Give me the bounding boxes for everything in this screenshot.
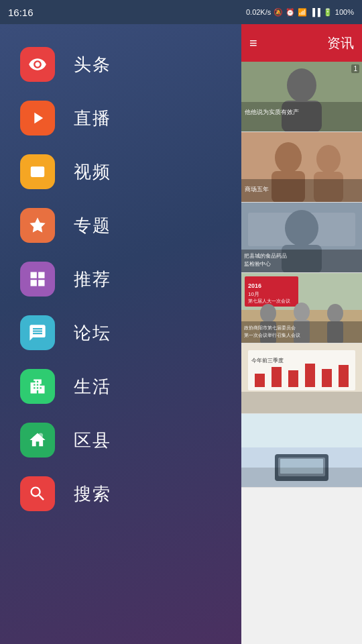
play-icon <box>28 109 47 127</box>
svg-rect-43 <box>305 364 315 387</box>
sidebar-item-video[interactable]: 视频 <box>0 145 241 199</box>
news-item-3[interactable]: 把县城的食品药品 监检验中心 <box>241 203 362 273</box>
sidebar-item-headlines[interactable]: 头条 <box>0 38 241 91</box>
svg-point-11 <box>316 145 341 173</box>
svg-text:10月: 10月 <box>248 291 259 297</box>
sidebar-item-live[interactable]: 直播 <box>0 91 241 145</box>
live-icon-bg <box>20 101 55 136</box>
video-label: 视频 <box>74 160 111 184</box>
news-thumb-3: 把县城的食品药品 监检验中心 <box>241 203 362 273</box>
svg-point-28 <box>260 304 276 323</box>
right-header: ≡ 资讯 <box>241 24 362 62</box>
life-label: 生活 <box>74 375 111 398</box>
mute-icon: 🔕 <box>274 8 283 17</box>
svg-text:第一次会议举行召集人会议: 第一次会议举行召集人会议 <box>244 333 300 338</box>
svg-rect-45 <box>339 365 349 387</box>
search-icon-bg <box>20 476 55 511</box>
home-icon <box>28 431 47 449</box>
headlines-label: 头条 <box>74 53 111 76</box>
svg-text:第七届人大一次会议: 第七届人大一次会议 <box>248 299 290 304</box>
grid-icon <box>28 270 47 288</box>
hamburger-button[interactable]: ≡ <box>249 36 257 51</box>
sidebar-item-forum[interactable]: 论坛 <box>0 306 241 360</box>
recommend-label: 推荐 <box>74 268 111 291</box>
eye-icon <box>28 55 47 74</box>
signal-icon: ▐▐ <box>310 8 320 16</box>
news-item-5[interactable]: 今年前三季度 <box>241 343 362 414</box>
status-bar: 16:16 0.02K/s 🔕 ⏰ 📶 ▐▐ 🔋 100% <box>0 0 362 24</box>
battery-percent: 100% <box>335 8 354 16</box>
news-thumb-5: 今年前三季度 <box>241 343 362 414</box>
live-label: 直播 <box>74 107 111 130</box>
svg-rect-40 <box>255 374 265 387</box>
news-thumb-1: 他他说为实质有效产 <box>241 62 362 131</box>
right-panel: ≡ 资讯 他他说为实质有效产 1 <box>241 24 362 644</box>
sidebar-item-recommend[interactable]: 推荐 <box>0 252 241 306</box>
svg-text:2016: 2016 <box>248 282 261 289</box>
star-icon <box>28 216 47 235</box>
special-label: 专题 <box>74 214 111 237</box>
news-thumb-4: 2016 10月 第七届人大一次会议 政协商阳市第七届委员会 第一次会 <box>241 273 362 343</box>
svg-point-32 <box>327 304 343 323</box>
sidebar-item-district[interactable]: 区县 <box>0 413 241 467</box>
search-label: 搜索 <box>74 482 111 506</box>
news-item-4[interactable]: 2016 10月 第七届人大一次会议 政协商阳市第七届委员会 第一次会 <box>241 273 362 343</box>
sidebar-item-special[interactable]: 专题 <box>0 199 241 252</box>
life-icon-bg <box>20 369 55 404</box>
tab-label: 资讯 <box>327 34 354 52</box>
svg-point-17 <box>285 210 318 246</box>
svg-point-30 <box>294 303 310 321</box>
news-thumb-6 <box>241 414 362 488</box>
svg-rect-42 <box>288 370 298 387</box>
news-item-1[interactable]: 他他说为实质有效产 1 <box>241 62 362 132</box>
svg-rect-6 <box>241 102 362 131</box>
forum-label: 论坛 <box>74 321 111 345</box>
svg-rect-41 <box>272 367 282 387</box>
chat-icon <box>28 323 47 342</box>
status-time: 16:16 <box>8 7 34 18</box>
news-item-2[interactable]: 商场五年 <box>241 132 362 203</box>
svg-text:把县城的食品药品: 把县城的食品药品 <box>244 253 287 259</box>
news-item-6[interactable] <box>241 414 362 488</box>
sidebar-item-search[interactable]: 搜索 <box>0 467 241 521</box>
video-icon <box>28 162 47 181</box>
special-icon-bg <box>20 208 55 243</box>
svg-text:今年前三季度: 今年前三季度 <box>251 358 284 364</box>
svg-text:他他说为实质有效产: 他他说为实质有效产 <box>245 109 299 115</box>
svg-point-4 <box>287 68 316 102</box>
forum-icon-bg <box>20 315 55 350</box>
sidebar-item-life[interactable]: 生活 <box>0 360 241 413</box>
wifi-icon: 📶 <box>298 8 307 17</box>
news-list: 他他说为实质有效产 1 商场五年 <box>241 62 362 488</box>
building-icon <box>28 377 47 396</box>
district-icon-bg <box>20 423 55 458</box>
status-icons: 0.02K/s 🔕 ⏰ 📶 ▐▐ 🔋 100% <box>246 8 354 17</box>
alarm-icon: ⏰ <box>286 8 295 17</box>
search-icon <box>28 484 47 503</box>
news-number-1: 1 <box>351 64 359 73</box>
svg-text:商场五年: 商场五年 <box>245 186 269 193</box>
news-thumb-2: 商场五年 <box>241 132 362 203</box>
district-label: 区县 <box>74 429 111 452</box>
svg-text:政协商阳市第七届委员会: 政协商阳市第七届委员会 <box>244 325 296 331</box>
svg-text:监检验中心: 监检验中心 <box>244 261 271 267</box>
svg-point-1 <box>38 433 43 438</box>
svg-point-9 <box>275 142 302 173</box>
svg-rect-46 <box>241 392 362 414</box>
svg-rect-52 <box>241 468 362 488</box>
network-speed: 0.02K/s <box>246 8 271 16</box>
svg-rect-44 <box>322 369 332 387</box>
headlines-icon-bg <box>20 47 55 82</box>
recommend-icon-bg <box>20 262 55 297</box>
sidebar: 头条 直播 视频 <box>0 24 241 644</box>
battery-icon: 🔋 <box>323 8 333 17</box>
video-icon-bg <box>20 154 55 189</box>
main-container: 头条 直播 视频 <box>0 24 362 644</box>
